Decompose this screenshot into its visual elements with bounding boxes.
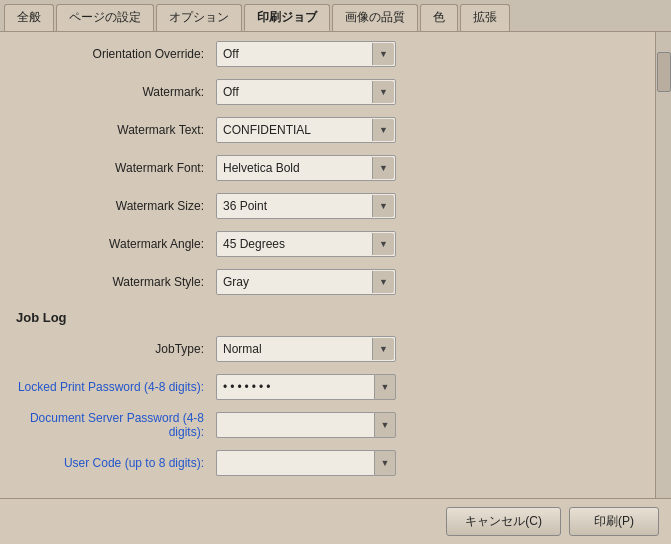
- watermark-angle-label: Watermark Angle:: [16, 237, 216, 251]
- jobtype-row: JobType: Normal: [16, 335, 639, 363]
- tab-bar: 全般 ページの設定 オプション 印刷ジョブ 画像の品質 色 拡張: [0, 0, 671, 32]
- jobtype-label: JobType:: [16, 342, 216, 356]
- watermark-size-select[interactable]: 36 Point: [216, 193, 396, 219]
- job-log-heading: Job Log: [16, 310, 639, 325]
- watermark-style-select-wrapper[interactable]: Gray: [216, 269, 396, 295]
- scrollbar-thumb[interactable]: [657, 52, 671, 92]
- watermark-size-label: Watermark Size:: [16, 199, 216, 213]
- watermark-select[interactable]: Off: [216, 79, 396, 105]
- user-code-label: User Code (up to 8 digits):: [16, 456, 216, 470]
- watermark-label: Watermark:: [16, 85, 216, 99]
- tab-print-job[interactable]: 印刷ジョブ: [244, 4, 330, 31]
- document-server-password-wrapper: [216, 412, 396, 438]
- orientation-override-select-wrapper[interactable]: Off: [216, 41, 396, 67]
- watermark-size-select-wrapper[interactable]: 36 Point: [216, 193, 396, 219]
- locked-print-password-wrapper: [216, 374, 396, 400]
- document-server-password-input[interactable]: [216, 412, 374, 438]
- locked-print-password-dropdown-btn[interactable]: [374, 374, 396, 400]
- dialog: 全般 ページの設定 オプション 印刷ジョブ 画像の品質 色 拡張 Orienta…: [0, 0, 671, 544]
- watermark-font-label: Watermark Font:: [16, 161, 216, 175]
- document-server-password-row: Document Server Password (4-8 digits):: [16, 411, 639, 439]
- tab-general[interactable]: 全般: [4, 4, 54, 31]
- watermark-angle-row: Watermark Angle: 45 Degrees: [16, 230, 639, 258]
- locked-print-password-label: Locked Print Password (4-8 digits):: [16, 380, 216, 394]
- scroll-area: Orientation Override: Off Watermark: Off: [0, 32, 655, 498]
- tab-image-quality[interactable]: 画像の品質: [332, 4, 418, 31]
- watermark-size-row: Watermark Size: 36 Point: [16, 192, 639, 220]
- watermark-angle-select-wrapper[interactable]: 45 Degrees: [216, 231, 396, 257]
- document-server-password-dropdown-btn[interactable]: [374, 412, 396, 438]
- watermark-style-label: Watermark Style:: [16, 275, 216, 289]
- watermark-text-row: Watermark Text: CONFIDENTIAL: [16, 116, 639, 144]
- watermark-font-row: Watermark Font: Helvetica Bold: [16, 154, 639, 182]
- content-area: Orientation Override: Off Watermark: Off: [0, 32, 671, 498]
- watermark-angle-select[interactable]: 45 Degrees: [216, 231, 396, 257]
- watermark-row: Watermark: Off: [16, 78, 639, 106]
- user-code-dropdown-btn[interactable]: [374, 450, 396, 476]
- watermark-text-select-wrapper[interactable]: CONFIDENTIAL: [216, 117, 396, 143]
- user-code-row: User Code (up to 8 digits):: [16, 449, 639, 477]
- document-server-password-label: Document Server Password (4-8 digits):: [16, 411, 216, 439]
- watermark-select-wrapper[interactable]: Off: [216, 79, 396, 105]
- user-code-input[interactable]: [216, 450, 374, 476]
- watermark-font-select-wrapper[interactable]: Helvetica Bold: [216, 155, 396, 181]
- watermark-text-label: Watermark Text:: [16, 123, 216, 137]
- cancel-button[interactable]: キャンセル(C): [446, 507, 561, 536]
- user-code-wrapper: [216, 450, 396, 476]
- jobtype-select-wrapper[interactable]: Normal: [216, 336, 396, 362]
- scrollbar[interactable]: [655, 32, 671, 498]
- watermark-style-select[interactable]: Gray: [216, 269, 396, 295]
- orientation-override-select[interactable]: Off: [216, 41, 396, 67]
- watermark-text-select[interactable]: CONFIDENTIAL: [216, 117, 396, 143]
- tab-page-settings[interactable]: ページの設定: [56, 4, 154, 31]
- orientation-override-row: Orientation Override: Off: [16, 40, 639, 68]
- watermark-font-select[interactable]: Helvetica Bold: [216, 155, 396, 181]
- tab-options[interactable]: オプション: [156, 4, 242, 31]
- locked-print-password-row: Locked Print Password (4-8 digits):: [16, 373, 639, 401]
- print-button[interactable]: 印刷(P): [569, 507, 659, 536]
- tab-extend[interactable]: 拡張: [460, 4, 510, 31]
- button-bar: キャンセル(C) 印刷(P): [0, 498, 671, 544]
- jobtype-select[interactable]: Normal: [216, 336, 396, 362]
- orientation-override-label: Orientation Override:: [16, 47, 216, 61]
- tab-color[interactable]: 色: [420, 4, 458, 31]
- locked-print-password-input[interactable]: [216, 374, 374, 400]
- watermark-style-row: Watermark Style: Gray: [16, 268, 639, 296]
